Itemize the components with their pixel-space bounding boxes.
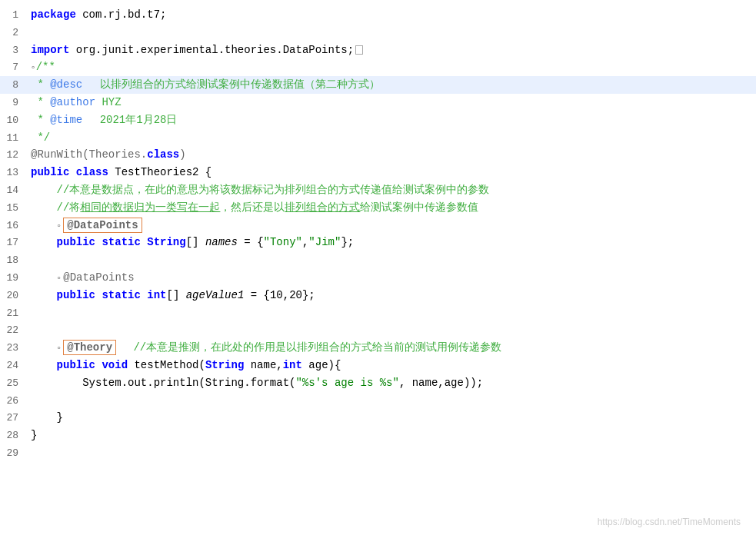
code-line-17: 17 public static String[] names = {"Tony… bbox=[0, 234, 756, 251]
code-line-15: 15 //将相同的数据归为一类写在一起，然后还是以排列组合的方式给测试案例中传递… bbox=[0, 199, 756, 217]
code-line-14: 14 //本意是数据点，在此的意思为将该数据标记为排列组合的方式传递值给测试案例… bbox=[0, 181, 756, 199]
code-line-9: 9 * @author HYZ bbox=[0, 94, 756, 111]
line-num-28: 28 bbox=[0, 428, 28, 444]
code-line-29: 29 bbox=[0, 444, 756, 462]
line-num-19: 19 bbox=[0, 271, 28, 287]
line-num-8: 8 bbox=[0, 78, 28, 94]
line-num-10: 10 bbox=[0, 113, 28, 129]
code-line-26: 26 bbox=[0, 392, 756, 410]
line-num-14: 14 bbox=[0, 183, 28, 199]
code-line-21: 21 bbox=[0, 304, 756, 322]
code-line-13: 13 public class TestTheories2 { bbox=[0, 164, 756, 181]
line-num-27: 27 bbox=[0, 410, 28, 427]
code-line-3: 3 import org.junit.experimental.theories… bbox=[0, 42, 756, 59]
code-line-12: 12 @RunWith(Theories.class) bbox=[0, 146, 756, 164]
line-num-12: 12 bbox=[0, 148, 28, 164]
line-num-16: 16 bbox=[0, 218, 28, 234]
line-num-13: 13 bbox=[0, 165, 28, 181]
line-content-13: public class TestTheories2 { bbox=[28, 164, 756, 181]
line-content-29 bbox=[28, 444, 756, 461]
line-num-29: 29 bbox=[0, 446, 28, 462]
line-content-28: } bbox=[28, 427, 756, 444]
code-line-24: 24 public void testMethod(String name,in… bbox=[0, 357, 756, 374]
line-num-3: 3 bbox=[0, 43, 28, 59]
code-line-19: 19 ∘@DataPoints bbox=[0, 269, 756, 287]
line-content-22 bbox=[28, 321, 756, 338]
line-content-8: * @desc 以排列组合的方式给测试案例中传递数据值（第二种方式） bbox=[28, 76, 756, 93]
code-line-23: 23 ∘@Theory //本意是推测，在此处的作用是以排列组合的方式给当前的测… bbox=[0, 339, 756, 357]
line-content-15: //将相同的数据归为一类写在一起，然后还是以排列组合的方式给测试案例中传递参数值 bbox=[28, 199, 756, 216]
code-line-27: 27 } bbox=[0, 409, 756, 427]
line-content-11: */ bbox=[28, 129, 756, 146]
line-content-19: ∘@DataPoints bbox=[28, 269, 756, 286]
line-content-18 bbox=[28, 251, 756, 268]
code-line-28: 28 } bbox=[0, 427, 756, 444]
line-content-23: ∘@Theory //本意是推测，在此处的作用是以排列组合的方式给当前的测试用例… bbox=[28, 339, 756, 356]
code-line-22: 22 bbox=[0, 321, 756, 339]
line-content-12: @RunWith(Theories.class) bbox=[28, 146, 756, 163]
line-content-14: //本意是数据点，在此的意思为将该数据标记为排列组合的方式传递值给测试案例中的参… bbox=[28, 181, 756, 198]
line-content-24: public void testMethod(String name,int a… bbox=[28, 357, 756, 374]
line-num-17: 17 bbox=[0, 235, 28, 251]
line-num-18: 18 bbox=[0, 253, 28, 269]
line-content-7: ∘/** bbox=[28, 58, 756, 75]
line-num-7: 7 bbox=[0, 60, 28, 76]
line-num-24: 24 bbox=[0, 358, 28, 374]
line-content-25: System.out.println(String.format("%s's a… bbox=[28, 374, 756, 391]
line-num-21: 21 bbox=[0, 306, 28, 322]
code-line-16: 16 ∘@DataPoints bbox=[0, 217, 756, 234]
code-line-20: 20 public static int[] ageValue1 = {10,2… bbox=[0, 287, 756, 304]
line-content-20: public static int[] ageValue1 = {10,20}; bbox=[28, 287, 756, 304]
line-content-2 bbox=[28, 24, 756, 41]
code-editor: 1 package com.rj.bd.t7; 2 3 import org.j… bbox=[0, 0, 756, 545]
line-num-20: 20 bbox=[0, 288, 28, 304]
line-content-26 bbox=[28, 392, 756, 409]
line-content-9: * @author HYZ bbox=[28, 94, 756, 111]
line-content-3: import org.junit.experimental.theories.D… bbox=[28, 42, 756, 58]
line-content-27: } bbox=[28, 409, 756, 426]
line-num-22: 22 bbox=[0, 323, 28, 339]
code-line-1: 1 package com.rj.bd.t7; bbox=[0, 6, 756, 24]
code-line-11: 11 */ bbox=[0, 129, 756, 147]
line-content-16: ∘@DataPoints bbox=[28, 217, 756, 234]
line-num-1: 1 bbox=[0, 8, 28, 24]
code-line-18: 18 bbox=[0, 251, 756, 269]
line-num-25: 25 bbox=[0, 376, 28, 392]
code-line-8: 8 * @desc 以排列组合的方式给测试案例中传递数据值（第二种方式） bbox=[0, 76, 756, 94]
line-content-21 bbox=[28, 304, 756, 321]
line-num-23: 23 bbox=[0, 341, 28, 357]
line-content-1: package com.rj.bd.t7; bbox=[28, 6, 756, 23]
code-line-2: 2 bbox=[0, 24, 756, 42]
line-num-11: 11 bbox=[0, 131, 28, 147]
code-line-10: 10 * @time 2021年1月28日 bbox=[0, 111, 756, 129]
line-num-15: 15 bbox=[0, 201, 28, 217]
watermark: https://blog.csdn.net/TimeMoments bbox=[598, 515, 741, 530]
line-content-10: * @time 2021年1月28日 bbox=[28, 111, 756, 128]
line-num-9: 9 bbox=[0, 95, 28, 111]
code-line-25: 25 System.out.println(String.format("%s'… bbox=[0, 374, 756, 392]
line-content-17: public static String[] names = {"Tony","… bbox=[28, 234, 756, 251]
code-line-7: 7 ∘/** bbox=[0, 58, 756, 76]
line-num-26: 26 bbox=[0, 394, 28, 410]
line-num-2: 2 bbox=[0, 25, 28, 42]
